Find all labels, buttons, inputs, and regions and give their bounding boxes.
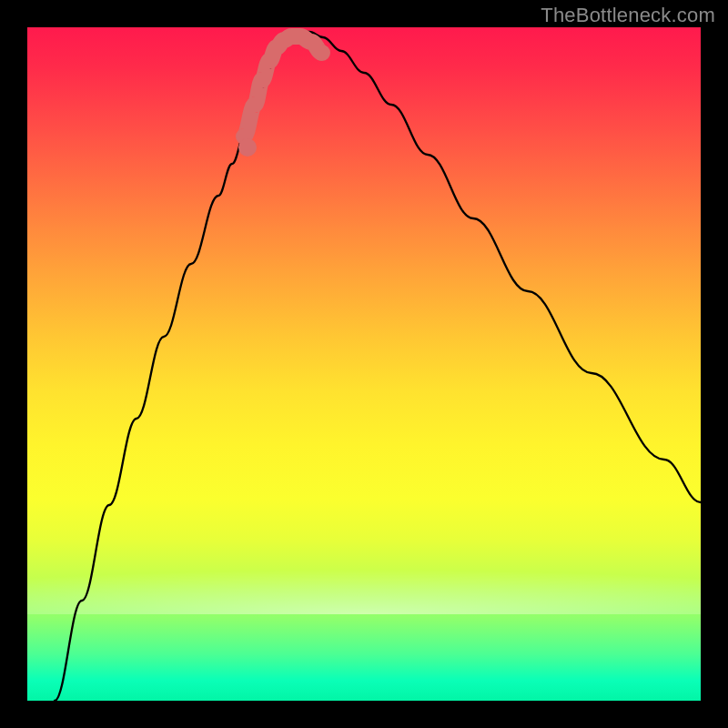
bottleneck-curve xyxy=(55,32,701,701)
highlight-dot xyxy=(238,138,257,157)
watermark-text: TheBottleneck.com xyxy=(541,4,715,27)
highlight-band xyxy=(244,36,322,136)
chart-svg xyxy=(27,27,701,701)
chart-frame xyxy=(27,27,701,701)
